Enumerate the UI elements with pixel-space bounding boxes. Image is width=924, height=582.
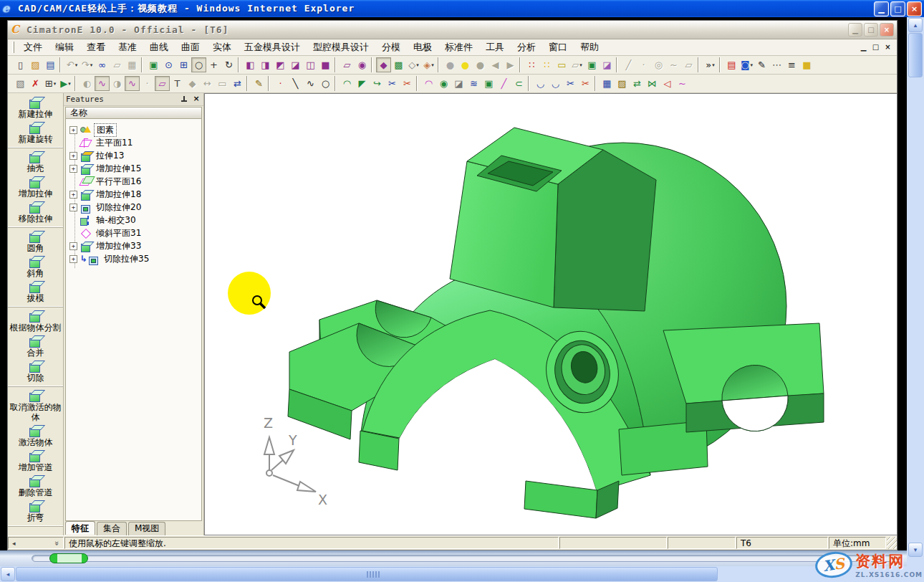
- sidebar-item-activate-objects[interactable]: 激活物体: [8, 423, 63, 448]
- model-part[interactable]: [288, 128, 824, 524]
- dropdown-arrow-icon[interactable]: ▾: [75, 62, 78, 68]
- view-top-icon[interactable]: ◩: [273, 57, 288, 72]
- expand-toggle-icon[interactable]: +: [69, 204, 77, 211]
- tree-item-axis-intersect-30[interactable]: 轴-相交30: [69, 214, 201, 226]
- menu-electrode[interactable]: 电极: [407, 39, 438, 55]
- sidebar-item-fillet[interactable]: 圆角: [8, 229, 63, 254]
- drive-surface-icon[interactable]: ◠: [421, 76, 436, 91]
- corner-fillet-icon[interactable]: ◤: [355, 76, 370, 91]
- dropdown-arrow-icon[interactable]: ▾: [68, 81, 71, 87]
- menu-window[interactable]: 窗口: [542, 39, 574, 55]
- app-titlebar[interactable]: C CimatronE 10.0 - Official - [T6] ▁□×: [8, 21, 897, 39]
- sidebar-item-add-pipe[interactable]: 增加管道: [8, 448, 63, 473]
- dropdown-arrow-icon[interactable]: ▾: [416, 62, 419, 68]
- menu-hardware-mold-design[interactable]: 五金模具设计: [238, 39, 307, 55]
- spline-tool-icon[interactable]: ∿: [303, 76, 318, 91]
- more-tools-icon[interactable]: »▾: [703, 57, 718, 72]
- pipe-surface-icon[interactable]: ⊂: [511, 76, 526, 91]
- ruled-surface-icon[interactable]: ◪: [451, 76, 466, 91]
- pin-icon[interactable]: [180, 95, 188, 104]
- sidebar-item-draft[interactable]: 拔模: [8, 279, 63, 304]
- sidebar-item-new-revolve[interactable]: 新建旋转: [8, 120, 63, 145]
- dropdown-arrow-icon[interactable]: ▾: [579, 62, 582, 68]
- dropdown-arrow-icon[interactable]: ▾: [751, 62, 754, 68]
- tree-item-main-plane-11[interactable]: 主平面11: [69, 136, 201, 149]
- sidebar-item-new-extrude[interactable]: 新建拉伸: [8, 95, 63, 120]
- grid-snap-icon[interactable]: ∷: [539, 57, 554, 72]
- menu-standard-parts[interactable]: 标准件: [438, 39, 479, 55]
- snapshot-view-icon[interactable]: ▱: [340, 57, 355, 72]
- menu-help[interactable]: 帮助: [574, 39, 605, 55]
- view-back-icon[interactable]: ◫: [303, 57, 318, 72]
- expand-toggle-icon[interactable]: +: [69, 165, 77, 173]
- menu-tools[interactable]: 工具: [479, 39, 511, 55]
- sidebar-item-shell[interactable]: 抽壳: [8, 149, 63, 174]
- ie-maximize-button[interactable]: □: [890, 1, 905, 16]
- dropdown-arrow-icon[interactable]: ▾: [54, 81, 57, 87]
- sketcher-icon[interactable]: ✎: [251, 76, 266, 91]
- tab-views[interactable]: M视图: [128, 522, 165, 535]
- menu-datum[interactable]: 基准: [112, 39, 143, 55]
- tree-item-add-extrude-33[interactable]: +增加拉伸33: [69, 239, 201, 252]
- net-surface-icon[interactable]: ≋: [466, 76, 481, 91]
- ie-close-button[interactable]: ×: [907, 1, 922, 16]
- sidebar-scroll-left-icon[interactable]: ◂: [12, 538, 16, 549]
- glasses-view-icon[interactable]: ∞: [95, 57, 110, 72]
- tree-item-parallel-plane-16[interactable]: 平行平面16: [69, 175, 201, 188]
- pick-color-icon[interactable]: ✎: [754, 57, 769, 72]
- video-seek-track[interactable]: [32, 555, 892, 562]
- bend-tool-icon[interactable]: ~: [675, 76, 690, 91]
- transform-copy-icon[interactable]: ⇄: [630, 76, 645, 91]
- mirror-tool-icon[interactable]: ⋈: [645, 76, 660, 91]
- features-panel-close-icon[interactable]: ×: [191, 95, 201, 104]
- vertical-scroll-thumb[interactable]: [908, 33, 923, 77]
- dropdown-arrow-icon[interactable]: ▾: [712, 62, 715, 68]
- bounded-plane-icon[interactable]: ▣: [481, 76, 496, 91]
- menu-curve[interactable]: 曲线: [143, 39, 175, 55]
- menu-view[interactable]: 查看: [80, 39, 112, 55]
- extend-curve-icon[interactable]: ↪: [370, 76, 385, 91]
- open-folder-icon[interactable]: ▨: [28, 57, 43, 72]
- tree-item-cut-extrude-20[interactable]: +切除拉伸20: [69, 201, 201, 214]
- mdi-restore-button[interactable]: □: [870, 42, 882, 53]
- menu-parting[interactable]: 分模: [375, 39, 407, 55]
- sidebar-item-merge[interactable]: 合并: [8, 333, 63, 358]
- scroll-up-icon[interactable]: ▴: [908, 18, 923, 32]
- view-bottom-icon[interactable]: ■: [318, 57, 333, 72]
- zoom-by-box-icon[interactable]: ⊞: [176, 57, 191, 72]
- expand-toggle-icon[interactable]: +: [69, 191, 77, 199]
- tree-item-cut-extrude-35[interactable]: +↳切除拉伸35: [69, 252, 201, 265]
- pick-filter-icon[interactable]: ⊞▾: [43, 76, 58, 91]
- delete-selection-icon[interactable]: ✗: [28, 76, 43, 91]
- scroll-left-icon[interactable]: ◂: [1, 567, 15, 581]
- line-width-icon[interactable]: ≡: [784, 57, 799, 72]
- tree-item-add-extrude-18[interactable]: +增加拉伸18: [69, 188, 201, 201]
- menu-solid[interactable]: 实体: [206, 39, 238, 55]
- material-render-icon[interactable]: ■: [799, 57, 814, 72]
- untrim-surface-icon[interactable]: ◡: [533, 76, 548, 91]
- view-isometric-icon[interactable]: ◧: [243, 57, 258, 72]
- extension-surface-icon[interactable]: ╱: [496, 76, 511, 91]
- expand-toggle-icon[interactable]: +: [69, 152, 77, 160]
- direction-arrow-icon[interactable]: ▶▾: [58, 76, 73, 91]
- revolve-surface-icon[interactable]: ◉: [436, 76, 451, 91]
- trim-curve-icon[interactable]: ✂: [385, 76, 400, 91]
- view-front-icon[interactable]: ◨: [258, 57, 273, 72]
- merge-surface-icon[interactable]: ✂: [578, 76, 593, 91]
- dropdown-arrow-icon[interactable]: ▾: [431, 62, 434, 68]
- sidebar-item-trim-cut[interactable]: 切除: [8, 358, 63, 383]
- measure-icon[interactable]: ▭: [554, 57, 569, 72]
- app-minimize-button[interactable]: ▁: [848, 23, 862, 37]
- break-curve-icon[interactable]: ✂: [400, 76, 415, 91]
- point-tool-icon[interactable]: ·: [273, 76, 288, 91]
- uv-box-icon[interactable]: ◪: [600, 57, 615, 72]
- new-file-icon[interactable]: ▯: [13, 57, 28, 72]
- video-seek-handle[interactable]: [49, 553, 88, 563]
- sidebar-item-chamfer[interactable]: 斜角: [8, 254, 63, 279]
- textured-display-icon[interactable]: ▩: [391, 57, 406, 72]
- tree-item-extrude-13[interactable]: +拉伸13: [69, 149, 201, 162]
- menu-edit[interactable]: 编辑: [49, 39, 80, 55]
- mdi-close-button[interactable]: ×: [882, 42, 894, 53]
- menu-cavity-mold-design[interactable]: 型腔模具设计: [307, 39, 375, 55]
- color-table-icon[interactable]: ▤: [724, 57, 739, 72]
